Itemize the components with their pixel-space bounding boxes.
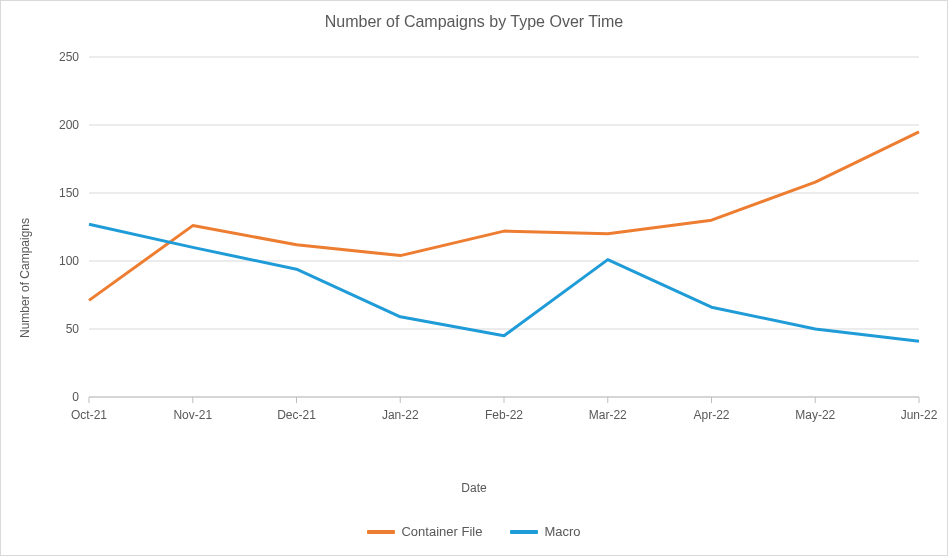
x-tick-label: Nov-21: [173, 408, 212, 422]
legend-label: Container File: [401, 524, 482, 539]
legend-swatch: [367, 530, 395, 534]
x-tick-label: Apr-22: [693, 408, 729, 422]
legend-swatch: [510, 530, 538, 534]
x-axis-label: Date: [1, 481, 947, 495]
series-line: [89, 224, 919, 341]
x-tick-label: May-22: [795, 408, 835, 422]
x-tick-label: Mar-22: [589, 408, 627, 422]
legend-item: Macro: [510, 524, 580, 539]
y-axis-label: Number of Campaigns: [18, 218, 32, 338]
y-tick-label: 150: [59, 186, 79, 200]
chart-container: Number of Campaigns by Type Over Time Nu…: [0, 0, 948, 556]
legend: Container FileMacro: [1, 524, 947, 539]
y-tick-label: 200: [59, 118, 79, 132]
plot-area: 050100150200250Oct-21Nov-21Dec-21Jan-22F…: [89, 47, 919, 427]
x-tick-label: Jun-22: [901, 408, 938, 422]
x-tick-label: Jan-22: [382, 408, 419, 422]
y-tick-label: 250: [59, 50, 79, 64]
y-tick-label: 0: [72, 390, 79, 404]
series-line: [89, 132, 919, 301]
plot-svg: 050100150200250Oct-21Nov-21Dec-21Jan-22F…: [89, 47, 919, 427]
x-tick-label: Feb-22: [485, 408, 523, 422]
x-tick-label: Dec-21: [277, 408, 316, 422]
legend-label: Macro: [544, 524, 580, 539]
chart-title: Number of Campaigns by Type Over Time: [1, 13, 947, 31]
y-tick-label: 50: [66, 322, 80, 336]
y-tick-label: 100: [59, 254, 79, 268]
legend-item: Container File: [367, 524, 482, 539]
x-tick-label: Oct-21: [71, 408, 107, 422]
